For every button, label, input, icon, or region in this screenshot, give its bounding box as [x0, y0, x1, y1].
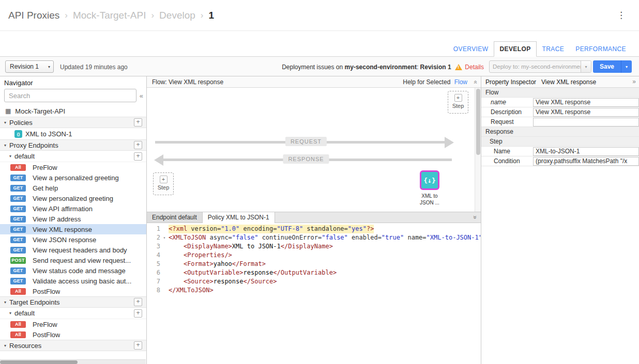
property-value-field[interactable]: XML-to-JSON-1: [533, 147, 639, 156]
scrollbar-thumb[interactable]: [0, 360, 78, 364]
nav-flow-validate-access-using-basic-aut[interactable]: GETValidate access using basic aut...: [0, 276, 146, 286]
kebab-menu-icon[interactable]: ⋮: [614, 10, 629, 21]
nav-section-default[interactable]: ▾default+: [0, 151, 146, 162]
navigator-hscrollbar[interactable]: [0, 359, 146, 364]
nav-section-target-endpoints[interactable]: ▾Target Endpoints+: [0, 296, 146, 308]
search-input[interactable]: [4, 89, 136, 102]
code-line[interactable]: 7 <Source>response</Source>: [147, 277, 481, 286]
chevron-down-icon[interactable]: ▾: [581, 61, 591, 72]
property-value-field[interactable]: [533, 118, 639, 126]
flow-name: PreFlow: [33, 164, 57, 171]
save-button[interactable]: Save: [593, 60, 621, 73]
code-line[interactable]: 5 <Format>yahoo</Format>: [147, 260, 481, 268]
code-line[interactable]: 8</XMLToJSON>: [147, 286, 481, 295]
breadcrumb-bar: API Proxies › Mock-Target-API › Develop …: [0, 0, 639, 31]
add-button[interactable]: +: [134, 118, 142, 126]
details-link[interactable]: Details: [465, 64, 484, 71]
tab-trace[interactable]: TRACE: [537, 41, 570, 57]
step-button-label: Step: [452, 103, 464, 109]
help-for-selected: Help for Selected Flow: [403, 78, 467, 86]
tab-performance[interactable]: PERFORMANCE: [570, 41, 632, 57]
nav-flow-view-ip-address[interactable]: GETView IP address: [0, 214, 146, 224]
fold-gutter: [160, 251, 169, 260]
breadcrumb: API Proxies › Mock-Target-API › Develop …: [8, 10, 214, 21]
flow-panel: Flow: View XML response Help for Selecte…: [147, 76, 481, 212]
nav-flow-preflow[interactable]: AllPreFlow: [0, 319, 146, 329]
add-button[interactable]: +: [134, 309, 142, 318]
disclosure-triangle-icon[interactable]: ▾: [9, 154, 11, 159]
disclosure-triangle-icon[interactable]: ▾: [4, 343, 6, 348]
property-value-field[interactable]: (proxy.pathsuffix MatchesPath "/x: [533, 157, 639, 166]
nav-section-proxy-endpoints[interactable]: ▾Proxy Endpoints+: [0, 139, 146, 151]
editor-tab-policy-xml-to-json-1[interactable]: Policy XML to JSON-1: [203, 212, 275, 223]
collapse-flow-panel-icon[interactable]: «: [473, 81, 480, 84]
property-value-field[interactable]: View XML response: [533, 98, 639, 107]
expand-inspector-icon[interactable]: »: [632, 78, 636, 85]
add-button[interactable]: +: [134, 341, 142, 350]
nav-policy-xml-to-json-1[interactable]: {}XML to JSON-1: [0, 128, 146, 139]
disclosure-triangle-icon[interactable]: ▾: [4, 120, 6, 125]
revision-select[interactable]: Revision 1 ▾: [5, 60, 54, 73]
nav-flow-view-request-headers-and-body[interactable]: GETView request headers and body: [0, 245, 146, 255]
nav-flow-view-xml-response[interactable]: GETView XML response: [0, 224, 146, 234]
save-menu-caret-icon[interactable]: ▾: [621, 60, 632, 73]
flow-help-link[interactable]: Flow: [454, 78, 467, 86]
code-line[interactable]: 4 <Properties/>: [147, 251, 481, 260]
add-button[interactable]: +: [134, 152, 142, 161]
add-step-button-response[interactable]: + Step: [153, 172, 174, 195]
code-editor[interactable]: 1<?xml version="1.0" encoding="UTF-8" st…: [147, 223, 481, 364]
breadcrumb-api-proxies[interactable]: API Proxies: [8, 10, 59, 21]
navigator-search-row: «: [0, 88, 146, 105]
editor-tab-endpoint-default[interactable]: Endpoint default: [147, 212, 203, 223]
collapse-navigator-icon[interactable]: «: [140, 92, 143, 100]
nav-flow-get-help[interactable]: GETGet help: [0, 183, 146, 193]
breadcrumb-separator: ›: [151, 10, 154, 21]
nav-flow-preflow[interactable]: AllPreFlow: [0, 162, 146, 172]
inspector-row-step[interactable]: Step: [481, 137, 639, 147]
breadcrumb-develop[interactable]: Develop: [159, 10, 195, 21]
add-button[interactable]: +: [134, 141, 142, 149]
nav-flow-view-personalized-greeting[interactable]: GETView personalized greeting: [0, 193, 146, 203]
property-value-field[interactable]: View XML response: [533, 108, 639, 117]
grid-icon: ▦: [5, 107, 11, 115]
nav-section-default[interactable]: ▾default+: [0, 308, 146, 319]
flow-name: Send request and view request...: [33, 257, 131, 264]
deploy-select[interactable]: Deploy to: my-second-environment ▾: [489, 60, 591, 73]
disclosure-triangle-icon[interactable]: ▾: [9, 311, 11, 315]
fold-toggle-icon[interactable]: ▾: [160, 233, 169, 242]
nav-flow-view-status-code-and-message[interactable]: GETView status code and message: [0, 265, 146, 276]
code-line[interactable]: 1<?xml version="1.0" encoding="UTF-8" st…: [147, 225, 481, 233]
fold-gutter: [160, 225, 169, 233]
nav-flow-view-json-response[interactable]: GETView JSON response: [0, 234, 146, 245]
tab-develop[interactable]: DEVELOP: [494, 41, 536, 57]
nav-flow-postflow[interactable]: AllPostFlow: [0, 329, 146, 340]
xml-to-json-policy-node[interactable]: {↓}: [420, 170, 439, 190]
breadcrumb-revision: 1: [208, 10, 214, 21]
add-button[interactable]: +: [134, 298, 142, 306]
code-lines: 1<?xml version="1.0" encoding="UTF-8" st…: [147, 225, 481, 295]
collapse-editor-icon[interactable]: «: [471, 216, 479, 219]
scrollbar-thumb[interactable]: [476, 89, 480, 155]
tab-overview[interactable]: OVERVIEW: [448, 41, 494, 57]
nav-flow-view-a-personalized-greeting[interactable]: GETView a personalized greeting: [0, 172, 146, 183]
policy-node-label[interactable]: XML to JSON ...: [413, 193, 446, 206]
disclosure-triangle-icon[interactable]: ▾: [4, 300, 6, 305]
nav-section-resources[interactable]: ▾Resources+: [0, 340, 146, 351]
nav-flow-view-api-affirmation[interactable]: GETView API affirmation: [0, 203, 146, 214]
nav-section-policies[interactable]: ▾Policies+: [0, 117, 146, 128]
nav-flow-postflow[interactable]: AllPostFlow: [0, 286, 146, 296]
code-text: <?xml version="1.0" encoding="UTF-8" sta…: [169, 225, 374, 233]
code-line[interactable]: 3 <DisplayName>XML to JSON-1</DisplayNam…: [147, 242, 481, 251]
breadcrumb-proxy-name[interactable]: Mock-Target-API: [73, 10, 146, 21]
method-badge: GET: [10, 216, 26, 223]
disclosure-triangle-icon[interactable]: ▾: [4, 143, 6, 148]
add-step-button-request[interactable]: + Step: [448, 91, 468, 114]
flow-scrollbar[interactable]: [475, 88, 481, 212]
code-line[interactable]: 6 <OutputVariable>response</OutputVariab…: [147, 268, 481, 277]
help-text: Help for Selected: [403, 78, 450, 86]
code-line[interactable]: 2▾<XMLToJSON async="false" continueOnErr…: [147, 233, 481, 242]
nav-flow-send-request-and-view-request[interactable]: POSTSend request and view request...: [0, 255, 146, 265]
inspector-row-flow[interactable]: Flow: [481, 88, 639, 98]
nav-proxy-root[interactable]: ▦Mock-Target-API: [0, 105, 146, 117]
inspector-row-response[interactable]: Response: [481, 127, 639, 137]
